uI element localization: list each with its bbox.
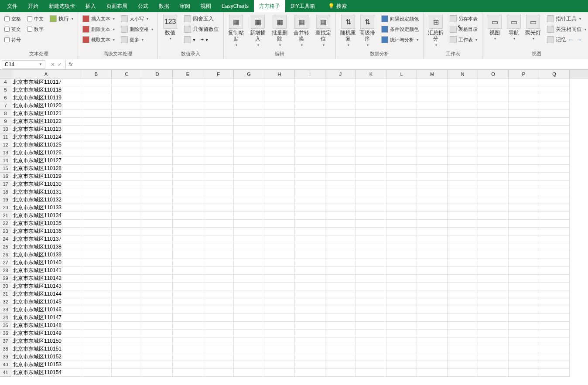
cell-G40[interactable] <box>234 361 264 369</box>
cell-M14[interactable] <box>417 157 448 165</box>
cell-D41[interactable] <box>142 369 173 377</box>
cell-E7[interactable] <box>173 102 203 110</box>
cell-F41[interactable] <box>203 369 234 377</box>
cell-I20[interactable] <box>295 204 325 212</box>
cell-C7[interactable] <box>112 102 142 110</box>
cell-E13[interactable] <box>173 149 203 157</box>
cell-G25[interactable] <box>234 243 264 251</box>
col-header-L[interactable]: L <box>386 70 417 78</box>
cell-A13[interactable]: 北京市东城区110126 <box>11 149 81 157</box>
cell-N25[interactable] <box>448 243 478 251</box>
cell-P35[interactable] <box>509 322 539 330</box>
cell-E39[interactable] <box>173 353 203 361</box>
cell-A32[interactable]: 北京市东城区110145 <box>11 298 81 306</box>
cell-C15[interactable] <box>112 165 142 173</box>
cell-F11[interactable] <box>203 133 234 141</box>
cell-K39[interactable] <box>356 353 386 361</box>
cell-D18[interactable] <box>142 188 173 196</box>
cell-J36[interactable] <box>325 330 356 337</box>
cell-G11[interactable] <box>234 133 264 141</box>
cell-O22[interactable] <box>478 220 509 228</box>
cell-O30[interactable] <box>478 283 509 290</box>
cell-B18[interactable] <box>81 188 112 196</box>
cell-N35[interactable] <box>448 322 478 330</box>
cell-L38[interactable] <box>386 345 417 353</box>
cell-M15[interactable] <box>417 165 448 173</box>
cell-M35[interactable] <box>417 322 448 330</box>
cell-H10[interactable] <box>264 126 295 133</box>
cell-P21[interactable] <box>509 212 539 220</box>
cell-J17[interactable] <box>325 181 356 188</box>
cell-M37[interactable] <box>417 337 448 345</box>
cell-C19[interactable] <box>112 196 142 204</box>
cell-O25[interactable] <box>478 243 509 251</box>
cell-Q4[interactable] <box>539 78 570 86</box>
cell-Q9[interactable] <box>539 118 570 126</box>
cell-E30[interactable] <box>173 283 203 290</box>
summary-split-button[interactable]: ⊞汇总拆分 <box>426 14 445 48</box>
row-header-37[interactable]: 37 <box>0 337 11 345</box>
cell-Q13[interactable] <box>539 149 570 157</box>
cell-P39[interactable] <box>509 353 539 361</box>
cell-K5[interactable] <box>356 86 386 94</box>
cell-K14[interactable] <box>356 157 386 165</box>
cell-N17[interactable] <box>448 181 478 188</box>
cell-L29[interactable] <box>386 275 417 283</box>
cell-D37[interactable] <box>142 337 173 345</box>
cell-N12[interactable] <box>448 141 478 149</box>
cell-C14[interactable] <box>112 157 142 165</box>
cell-Q10[interactable] <box>539 126 570 133</box>
cell-C8[interactable] <box>112 110 142 118</box>
cell-L27[interactable] <box>386 259 417 267</box>
cell-P32[interactable] <box>509 298 539 306</box>
cell-B31[interactable] <box>81 290 112 298</box>
cell-F27[interactable] <box>203 259 234 267</box>
cell-H28[interactable] <box>264 267 295 275</box>
cell-M38[interactable] <box>417 345 448 353</box>
row-header-24[interactable]: 24 <box>0 235 11 243</box>
cell-J27[interactable] <box>325 259 356 267</box>
cell-C5[interactable] <box>112 86 142 94</box>
cell-O19[interactable] <box>478 196 509 204</box>
cell-D7[interactable] <box>142 102 173 110</box>
cell-G41[interactable] <box>234 369 264 377</box>
cell-B12[interactable] <box>81 141 112 149</box>
cell-N31[interactable] <box>448 290 478 298</box>
cell-A20[interactable]: 北京市东城区110133 <box>11 204 81 212</box>
cell-L14[interactable] <box>386 157 417 165</box>
cell-M34[interactable] <box>417 314 448 322</box>
cell-F10[interactable] <box>203 126 234 133</box>
cell-C22[interactable] <box>112 220 142 228</box>
cell-P28[interactable] <box>509 267 539 275</box>
cell-E17[interactable] <box>173 181 203 188</box>
row-header-9[interactable]: 9 <box>0 118 11 126</box>
btn-聚光灯[interactable]: ▭聚光灯 <box>523 14 543 41</box>
cell-J13[interactable] <box>325 149 356 157</box>
cell-B5[interactable] <box>81 86 112 94</box>
row-header-19[interactable]: 19 <box>0 196 11 204</box>
cell-I28[interactable] <box>295 267 325 275</box>
col-header-G[interactable]: G <box>234 70 264 78</box>
cell-G5[interactable] <box>234 86 264 94</box>
cell-Q27[interactable] <box>539 259 570 267</box>
btn-更多[interactable]: 更多 <box>119 35 155 44</box>
btn-表格目录[interactable]: 表格目录 <box>448 24 479 34</box>
cell-K25[interactable] <box>356 243 386 251</box>
row-header-33[interactable]: 33 <box>0 306 11 314</box>
cell-B15[interactable] <box>81 165 112 173</box>
cell-F40[interactable] <box>203 361 234 369</box>
cell-D13[interactable] <box>142 149 173 157</box>
cell-J12[interactable] <box>325 141 356 149</box>
cell-O31[interactable] <box>478 290 509 298</box>
cell-A37[interactable]: 北京市东城区110150 <box>11 337 81 345</box>
cell-N16[interactable] <box>448 173 478 181</box>
cell-B36[interactable] <box>81 330 112 337</box>
cell-J40[interactable] <box>325 361 356 369</box>
cell-L30[interactable] <box>386 283 417 290</box>
row-header-35[interactable]: 35 <box>0 322 11 330</box>
cell-B8[interactable] <box>81 110 112 118</box>
cell-F14[interactable] <box>203 157 234 165</box>
cell-I31[interactable] <box>295 290 325 298</box>
cell-A15[interactable]: 北京市东城区110128 <box>11 165 81 173</box>
cell-I40[interactable] <box>295 361 325 369</box>
